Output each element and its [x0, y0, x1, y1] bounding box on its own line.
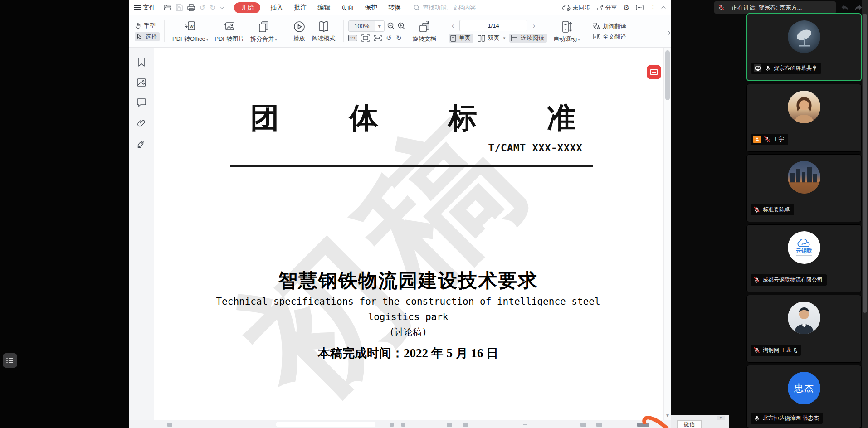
page-indicator[interactable]: 1/14: [459, 20, 527, 31]
cloud-logo-icon: [796, 239, 812, 248]
split-merge-button[interactable]: 拆分合并▾: [247, 19, 280, 44]
continuous-read-button[interactable]: 连续阅读: [509, 34, 547, 43]
more-options-icon[interactable]: ⋮: [650, 4, 656, 11]
auto-scroll-icon: [561, 20, 573, 34]
mic-muted-icon: [753, 277, 760, 283]
wps-pdf-window: 文件 ↺ ↻ 开始 插入 批注 编辑 页面 保护 转换: [129, 0, 671, 428]
statusbar-icon[interactable]: [463, 423, 468, 427]
document-subtitle-en-2: logistics park: [154, 311, 662, 322]
document-viewer[interactable]: 初稿 团体标准 T/CAMT XXX-XXXX 智慧钢铁物流园建设技术要求 Te…: [154, 48, 671, 420]
sync-status[interactable]: 未同步: [562, 4, 590, 12]
dropdown-arrow-icon: ▾: [206, 37, 209, 42]
document-title: 智慧钢铁物流园建设技术要求: [154, 268, 662, 293]
double-page-button[interactable]: 双页 ▾: [478, 34, 506, 42]
hand-tool-label: 手型: [144, 22, 156, 30]
pdf-floating-badge[interactable]: [647, 65, 661, 79]
meeting-scrollbar-thumb[interactable]: [863, 14, 867, 313]
statusbar-icon[interactable]: [580, 423, 586, 427]
zoom-in-icon[interactable]: [398, 22, 405, 30]
statusbar-zoom-out[interactable]: [523, 424, 527, 425]
zoom-out-icon[interactable]: [387, 22, 395, 30]
share-button[interactable]: 分享: [597, 4, 617, 12]
statusbar-icon[interactable]: [596, 423, 602, 427]
search-box[interactable]: [414, 4, 491, 11]
read-mode-button[interactable]: 阅读模式: [309, 19, 339, 44]
tab-annotate[interactable]: 批注: [293, 2, 307, 13]
tab-protect[interactable]: 保护: [364, 2, 378, 13]
comment-icon[interactable]: [137, 98, 146, 107]
fit-width-icon[interactable]: [374, 35, 382, 41]
statusbar-icon[interactable]: [390, 423, 394, 427]
participant-tile[interactable]: 标准委陈卓: [746, 154, 862, 222]
file-menu[interactable]: 文件: [134, 4, 156, 12]
qat-more-icon[interactable]: [220, 5, 224, 9]
hand-tool-button[interactable]: 手型: [135, 22, 160, 30]
rotate-left-icon[interactable]: ↺: [386, 34, 392, 42]
document-scrollbar[interactable]: ▼: [663, 48, 671, 420]
floating-list-button[interactable]: [3, 353, 17, 368]
search-icon: [414, 5, 420, 11]
share-label: 分享: [605, 4, 617, 12]
attachment-icon[interactable]: [137, 118, 146, 127]
divider: [728, 4, 728, 11]
rotate-right-icon[interactable]: ↻: [396, 34, 402, 42]
search-input[interactable]: [423, 4, 491, 11]
meeting-scrollbar[interactable]: [862, 0, 868, 428]
select-tool-button[interactable]: 选择: [135, 32, 160, 41]
word-translate-button[interactable]: 划词翻译: [593, 22, 632, 30]
redo-icon[interactable]: ↻: [210, 4, 216, 12]
next-page-icon[interactable]: ›: [530, 22, 538, 30]
document-subtitle-en-1: Technical specifications for the constru…: [154, 296, 662, 307]
sync-label: 未同步: [573, 4, 590, 12]
menubar-right: 未同步 分享 ⚙ ⋮: [562, 4, 666, 12]
participant-avatar: 云钢联: [788, 231, 820, 264]
statusbar-icon[interactable]: [167, 423, 172, 427]
tab-home[interactable]: 开始: [234, 2, 260, 13]
auto-scroll-button[interactable]: 自动滚动▾: [550, 19, 583, 44]
meeting-back-icon[interactable]: [838, 1, 852, 14]
collapse-ribbon-icon[interactable]: [661, 6, 666, 10]
participant-tile[interactable]: 忠杰 北方恒达物流园 韩忠杰: [746, 365, 862, 428]
play-label: 播放: [293, 34, 305, 43]
participant-avatar: [788, 302, 820, 334]
undo-icon[interactable]: ↺: [200, 4, 205, 12]
rotate-document-button[interactable]: 旋转文档: [410, 19, 439, 44]
toolbar-expand-icon[interactable]: [666, 31, 671, 35]
signature-icon[interactable]: [137, 139, 146, 148]
statusbar-icon[interactable]: [401, 423, 405, 427]
tab-convert[interactable]: 转换: [387, 2, 402, 13]
pdf-to-office-button[interactable]: W PDF转Office▾: [169, 19, 211, 44]
prev-page-icon[interactable]: ‹: [449, 22, 457, 30]
scrollbar-down-arrow[interactable]: ▼: [665, 413, 670, 418]
feedback-icon[interactable]: [636, 5, 644, 11]
pdf-to-image-button[interactable]: PDF转图片: [211, 19, 247, 44]
participant-tile[interactable]: 贺宗春的屏幕共享: [746, 13, 862, 81]
print-icon[interactable]: [187, 4, 195, 11]
single-page-button[interactable]: 单页: [449, 34, 473, 43]
open-icon[interactable]: [164, 4, 171, 11]
file-menu-label: 文件: [143, 4, 156, 12]
scrollbar-thumb[interactable]: [665, 50, 670, 100]
participant-tile[interactable]: 云钢联 成都云钢联物流有限公司: [746, 224, 862, 292]
full-translate-button[interactable]: a 全文翻译: [593, 33, 632, 41]
participant-tile[interactable]: 淘钢网 王龙飞: [746, 295, 862, 363]
menubar: 文件 ↺ ↻ 开始 插入 批注 编辑 页面 保护 转换: [129, 0, 671, 15]
actual-size-button[interactable]: 1:1: [348, 35, 358, 41]
participant-label: 成都云钢联物流有限公司: [751, 274, 827, 286]
participant-name: 贺宗春的屏幕共享: [774, 64, 817, 72]
statusbar-input[interactable]: [276, 422, 375, 427]
settings-gear-icon[interactable]: ⚙: [624, 4, 629, 12]
zoom-select[interactable]: 100% ▾: [348, 20, 385, 32]
participant-tile[interactable]: 王宇: [746, 84, 862, 152]
statusbar-icon[interactable]: [447, 423, 452, 427]
save-icon[interactable]: [176, 4, 183, 11]
ribbon-tabs: 开始 插入 批注 编辑 页面 保护 转换: [234, 2, 402, 13]
tab-insert[interactable]: 插入: [269, 2, 284, 13]
bookmark-icon[interactable]: [137, 58, 146, 67]
tab-edit[interactable]: 编辑: [317, 2, 331, 13]
fit-page-icon[interactable]: [361, 34, 370, 42]
image-icon[interactable]: [137, 78, 146, 87]
tab-page[interactable]: 页面: [340, 2, 355, 13]
play-button[interactable]: 播放: [290, 19, 309, 44]
continuous-read-icon: [511, 35, 518, 41]
